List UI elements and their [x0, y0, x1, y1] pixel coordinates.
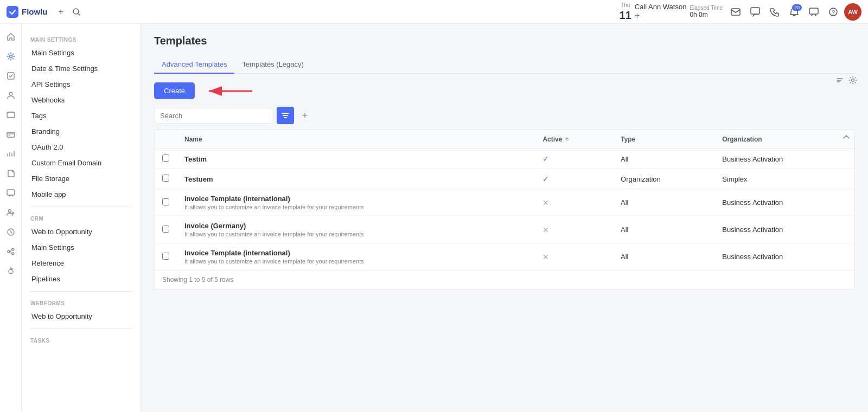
row-checkbox-3[interactable]	[155, 216, 177, 243]
row-type-2: All	[613, 189, 714, 216]
create-button[interactable]: Create	[154, 82, 195, 99]
row-active-0: ✓	[535, 149, 613, 169]
topbar-date: Thu 11	[620, 2, 631, 22]
sidebar-item-webhooks[interactable]: Webhooks	[22, 92, 141, 108]
sidebar-icon-settings[interactable]	[2, 48, 20, 65]
sidebar-item-reference[interactable]: Reference	[22, 255, 141, 271]
phone-icon-btn[interactable]	[766, 3, 783, 21]
sidebar-item-api[interactable]: API Settings	[22, 76, 141, 92]
search-input[interactable]	[154, 108, 273, 124]
mail-icon	[731, 7, 741, 17]
sidebar-item-main-settings[interactable]: Main Settings	[22, 45, 141, 61]
row-org-0: Business Activation	[714, 149, 854, 169]
sidebar-icon-crm[interactable]	[2, 87, 20, 104]
table-row: Testuem✓OrganizationSimplex	[155, 169, 854, 189]
row-name-0: Testim	[177, 149, 535, 169]
cross-icon: ✕	[542, 226, 549, 234]
svg-point-21	[852, 79, 854, 82]
section-tasks: TASKS	[22, 333, 141, 346]
toolbar: Create	[154, 82, 855, 99]
row-name-2: Invoice Template (international)It allow…	[177, 189, 535, 216]
help-icon-btn[interactable]: ?	[825, 3, 842, 21]
sidebar-item-tags[interactable]: Tags	[22, 108, 141, 124]
row-checkbox-4[interactable]	[155, 243, 177, 271]
sidebar-item-pipelines[interactable]: Pipelines	[22, 271, 141, 287]
sidebar-item-date-time[interactable]: Date & Time Settings	[22, 61, 141, 76]
svg-rect-11	[7, 132, 15, 137]
row-name-4: Invoice Template (international)It allow…	[177, 243, 535, 271]
notifications-icon-btn[interactable]: 20	[786, 3, 803, 21]
svg-point-19	[9, 269, 13, 274]
section-main-settings: MAIN SETTINGS	[22, 33, 141, 45]
col-checkbox	[155, 130, 177, 149]
filter-button[interactable]	[277, 107, 294, 124]
row-active-3: ✕	[535, 216, 613, 243]
sidebar-icon-tasks[interactable]	[2, 67, 20, 85]
row-active-4: ✕	[535, 243, 613, 271]
svg-rect-13	[7, 190, 15, 195]
row-checkbox-0[interactable]	[155, 149, 177, 169]
topbar-call: Thu 11 Call Ann Watson + Elapsed Time 0h…	[620, 2, 723, 22]
sidebar-icon-home[interactable]	[2, 28, 20, 46]
sidebar-divider-3	[30, 329, 132, 329]
row-checkbox-2[interactable]	[155, 189, 177, 216]
sidebar-icon-integrations[interactable]	[2, 243, 20, 260]
row-name-1: Testuem	[177, 169, 535, 189]
tab-legacy-templates[interactable]: Templates (Legacy)	[234, 56, 311, 74]
table-row: Testim✓AllBusiness Activation	[155, 149, 854, 169]
topbar-actions: +	[56, 5, 83, 19]
svg-rect-4	[809, 8, 818, 14]
tab-advanced-templates[interactable]: Advanced Templates	[154, 56, 234, 74]
sidebar-icon-messages[interactable]	[2, 184, 20, 202]
add-button[interactable]: +	[56, 5, 66, 19]
logo-text: Flowlu	[22, 7, 48, 16]
main-content: Templates Advanced Templates Templates (…	[141, 24, 868, 412]
logo[interactable]: Flowlu	[7, 6, 48, 18]
table-row: Invoice (Germany)It allows you to custom…	[155, 216, 854, 243]
table: Name Active Type Organization Testim✓All…	[155, 130, 854, 270]
sidebar-icon-automation[interactable]	[2, 262, 20, 280]
row-type-4: All	[613, 243, 714, 271]
svg-point-7	[9, 55, 12, 58]
chat-icon-btn[interactable]	[746, 3, 764, 21]
svg-point-14	[8, 210, 11, 213]
sidebar-item-mobile-app[interactable]: Mobile app	[22, 186, 141, 202]
sidebar-icon-knowledge[interactable]	[2, 165, 20, 182]
svg-rect-2	[731, 9, 740, 15]
rows-info: Showing 1 to 5 of 5 rows	[155, 270, 854, 289]
sidebar-item-file-storage[interactable]: File Storage	[22, 171, 141, 186]
sidebar-icon-time[interactable]	[2, 223, 20, 241]
right-toolbar	[835, 76, 857, 87]
sidebar-item-oauth[interactable]: OAuth 2.0	[22, 139, 141, 155]
row-org-1: Simplex	[714, 169, 854, 189]
topbar-nav-icons: 20 ? AW	[727, 3, 861, 21]
sidebar-item-email-domain[interactable]: Custom Email Domain	[22, 155, 141, 171]
col-active[interactable]: Active	[535, 130, 613, 149]
sidebar-item-web-opportunity[interactable]: Web to Opportunity	[22, 224, 141, 240]
row-checkbox-1[interactable]	[155, 169, 177, 189]
sidebar-icon-contacts[interactable]	[2, 204, 20, 221]
page-title: Templates	[154, 35, 855, 47]
settings-gear-button[interactable]	[848, 76, 857, 87]
svg-point-12	[9, 135, 10, 136]
avatar[interactable]: AW	[844, 3, 861, 21]
svg-rect-0	[7, 6, 18, 18]
mail-icon-btn[interactable]	[727, 3, 744, 21]
search-button[interactable]	[70, 5, 83, 18]
svg-text:?: ?	[832, 9, 835, 16]
comments-icon-btn[interactable]	[805, 3, 822, 21]
table-collapse-button[interactable]	[843, 133, 850, 143]
checkmark-icon: ✓	[542, 154, 549, 163]
svg-rect-3	[751, 8, 760, 14]
sidebar-icon-projects[interactable]	[2, 106, 20, 124]
sidebar-item-web-opportunity-2[interactable]: Web to Opportunity	[22, 308, 141, 324]
elapsed-time: Elapsed Time 0h 0m	[690, 5, 723, 18]
sidebar-icon-finance[interactable]	[2, 126, 20, 143]
add-filter-button[interactable]: +	[297, 108, 312, 123]
sidebar-icon-reports[interactable]	[2, 145, 20, 163]
sidebar-item-branding[interactable]: Branding	[22, 124, 141, 139]
collapse-all-button[interactable]	[835, 76, 844, 87]
section-webforms: WEBFORMS	[22, 296, 141, 308]
arrow-svg	[203, 83, 258, 99]
sidebar-item-crm-main[interactable]: Main Settings	[22, 240, 141, 255]
